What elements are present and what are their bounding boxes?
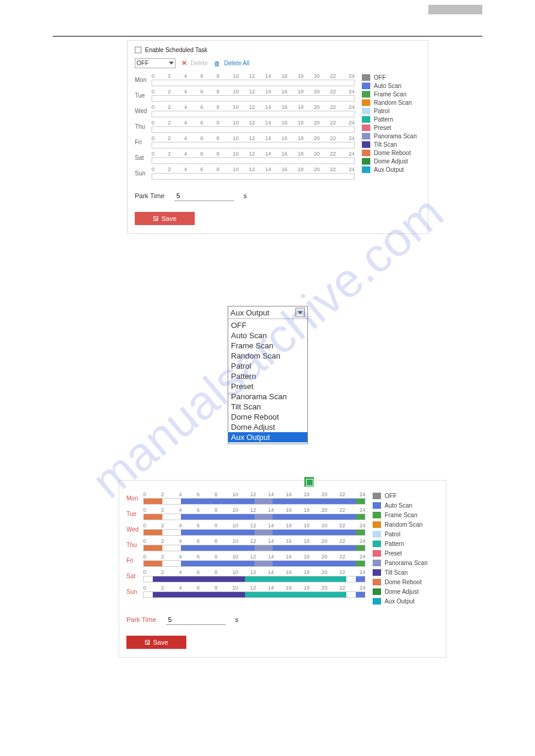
schedule-segment[interactable] [181, 530, 255, 535]
schedule-segment[interactable] [255, 499, 273, 504]
schedule-segment[interactable] [153, 592, 245, 597]
schedule-segment[interactable] [144, 561, 162, 566]
legend-label: Aux Output [374, 166, 404, 173]
schedule-segment[interactable] [255, 545, 273, 551]
task-type-select[interactable]: OFF [135, 58, 176, 68]
schedule-segment[interactable] [356, 592, 365, 597]
header-placeholder [428, 5, 482, 14]
park-time-input[interactable] [174, 190, 234, 201]
legend-label: Frame Scan [374, 91, 406, 98]
day-track[interactable] [152, 111, 355, 117]
day-track[interactable] [143, 545, 365, 551]
schedule-segment[interactable] [255, 530, 273, 535]
schedule-segment[interactable] [273, 545, 355, 551]
legend-item: Frame Scan [373, 512, 439, 518]
schedule-segment[interactable] [245, 576, 346, 582]
schedule-segment[interactable] [181, 514, 255, 520]
dropdown-option[interactable]: Panorama Scan [228, 391, 307, 402]
day-track[interactable] [152, 126, 355, 133]
legend-item: Dome Adjust [362, 158, 421, 165]
legend-swatch [362, 166, 370, 173]
delete-button[interactable]: ✕ Delete [182, 59, 208, 67]
chevron-down-icon [169, 62, 174, 65]
legend-label: Random Scan [385, 521, 422, 528]
schedule-grid[interactable]: Mon024681012141618202224Tue0246810121416… [126, 490, 365, 605]
day-track[interactable] [152, 142, 355, 148]
task-type-value: OFF [137, 60, 149, 66]
schedule-grid[interactable]: Mon024681012141618202224Tue0246810121416… [135, 72, 355, 181]
legend-item: Auto Scan [362, 83, 421, 89]
dropdown-option[interactable]: Preset [228, 381, 307, 391]
schedule-segment[interactable] [144, 499, 162, 504]
legend-label: Panorama Scan [385, 560, 428, 566]
day-track[interactable] [143, 576, 365, 582]
day-track[interactable] [143, 591, 365, 598]
legend-label: Dome Reboot [374, 150, 411, 156]
day-track[interactable] [152, 80, 355, 86]
day-label: Thu [135, 123, 152, 130]
schedule-segment[interactable] [153, 576, 245, 582]
dropdown-option[interactable]: Dome Reboot [228, 412, 307, 422]
schedule-segment[interactable] [273, 514, 355, 520]
dropdown-option[interactable]: OFF [228, 320, 307, 330]
day-track[interactable] [152, 95, 355, 102]
dropdown-option[interactable]: Dome Adjust [228, 422, 307, 432]
day-track[interactable] [152, 173, 355, 180]
save-button[interactable]: Save [126, 636, 186, 649]
legend-swatch [373, 588, 381, 595]
day-label: Sat [135, 154, 152, 161]
dropdown-option[interactable]: Patrol [228, 361, 307, 371]
legend-label: OFF [385, 493, 397, 499]
day-track[interactable] [143, 560, 365, 567]
copy-icon[interactable] [304, 477, 314, 487]
legend-item: Random Scan [373, 521, 439, 528]
day-label: Wed [126, 526, 143, 533]
schedule-segment[interactable] [273, 499, 355, 504]
schedule-segment[interactable] [356, 545, 365, 551]
legend-item: OFF [362, 74, 421, 81]
dropdown-option[interactable]: Pattern [228, 371, 307, 381]
dropdown-option[interactable]: Random Scan [228, 351, 307, 361]
day-track[interactable] [143, 514, 365, 520]
day-label: Sat [126, 573, 143, 579]
dropdown-list[interactable]: OFFAuto ScanFrame ScanRandom ScanPatrolP… [228, 319, 307, 444]
day-track[interactable] [143, 529, 365, 536]
park-time-unit: s [244, 192, 247, 199]
dropdown-option[interactable]: Aux Output [228, 432, 307, 442]
schedule-segment[interactable] [356, 514, 365, 520]
legend-item: Patrol [362, 108, 421, 114]
schedule-segment[interactable] [356, 561, 365, 566]
task-type-dropdown[interactable]: Aux Output OFFAuto ScanFrame ScanRandom … [228, 306, 308, 444]
schedule-segment[interactable] [273, 561, 355, 566]
delete-all-button[interactable]: 🗑 Delete All [214, 60, 249, 67]
schedule-segment[interactable] [144, 514, 162, 520]
park-time-input[interactable] [166, 614, 226, 625]
schedule-segment[interactable] [255, 561, 273, 566]
dropdown-option[interactable]: Auto Scan [228, 330, 307, 341]
schedule-segment[interactable] [181, 499, 255, 504]
day-track[interactable] [143, 498, 365, 505]
schedule-segment[interactable] [144, 545, 162, 551]
schedule-segment[interactable] [181, 545, 255, 551]
dropdown-option[interactable]: Frame Scan [228, 341, 307, 351]
save-button[interactable]: Save [135, 212, 195, 225]
legend-item: OFF [373, 493, 439, 499]
dropdown-option[interactable]: Tilt Scan [228, 402, 307, 412]
schedule-segment[interactable] [255, 514, 273, 520]
day-track[interactable] [152, 157, 355, 164]
schedule-segment[interactable] [245, 592, 346, 597]
schedule-segment[interactable] [181, 561, 255, 566]
schedule-segment[interactable] [356, 576, 365, 582]
schedule-segment[interactable] [356, 499, 365, 504]
enable-checkbox[interactable] [135, 47, 141, 53]
delete-all-label: Delete All [224, 60, 249, 66]
legend-swatch [362, 141, 370, 148]
legend-label: Auto Scan [385, 502, 412, 509]
page-rule [53, 36, 482, 37]
legend-swatch [362, 158, 370, 165]
dropdown-toggle[interactable] [295, 308, 305, 317]
legend-swatch [362, 108, 370, 114]
schedule-segment[interactable] [144, 530, 162, 535]
schedule-segment[interactable] [356, 530, 365, 535]
schedule-segment[interactable] [273, 530, 355, 535]
